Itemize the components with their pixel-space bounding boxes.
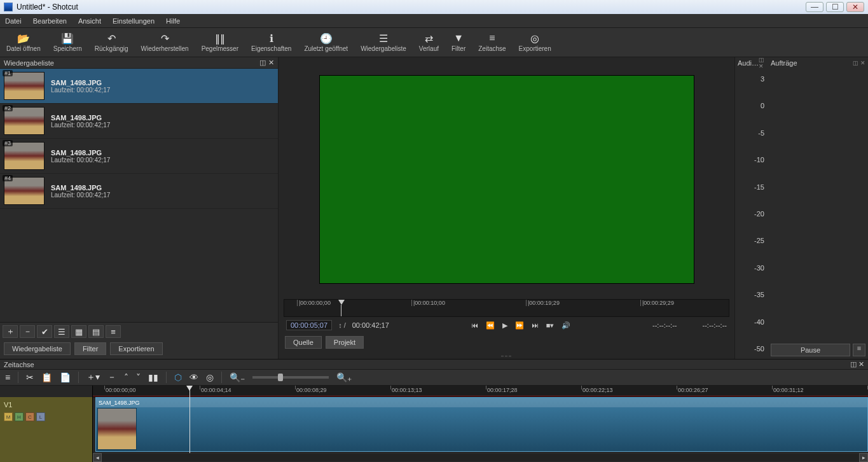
track-tag-c[interactable]: C [25,412,34,421]
remove-button[interactable]: － [20,325,35,338]
pause-button[interactable]: Pause [771,344,850,356]
zoom-in-icon[interactable]: 🔍₊ [336,372,352,382]
save-icon: 💾 [62,32,73,44]
ruler-tick: 00:00:22;13 [582,387,613,393]
add-button[interactable]: ＋ [3,325,18,338]
scrub-icon[interactable]: 👁 [189,372,198,382]
menu-edit[interactable]: Bearbeiten [33,17,67,25]
toolbar-peak[interactable]: ‖‖Pegelmesser [202,32,238,52]
maximize-button[interactable]: ☐ [826,2,844,12]
detach-icon[interactable]: ◫ [259,59,266,67]
menu-button[interactable]: ≡ [106,325,121,338]
toolbar-save[interactable]: 💾Speichern [53,32,82,52]
timeline-title: Zeitachse [4,361,34,368]
panel-resize-handle[interactable]: ┉┉┉ [279,354,734,359]
fastfwd-button[interactable]: ⏩ [515,321,524,330]
rewind-button[interactable]: ⏪ [486,321,495,330]
meter-level: -25 [739,237,764,244]
detail-view-button[interactable]: ▤ [88,325,104,338]
toolbar-label: Filter [451,45,465,52]
close-panel-icon[interactable]: ✕ [268,59,274,67]
toolbar-playlist[interactable]: ☰Wiedergabeliste [361,32,406,52]
toolbar-timeline[interactable]: ≡Zeitachse [478,32,506,52]
toolbar-open[interactable]: 📂Datei öffnen [6,32,41,52]
close-button[interactable]: ✕ [846,2,864,12]
export-icon: ◎ [529,32,541,44]
playlist-item[interactable]: #2SAM_1498.JPGLaufzeit: 00:00:42;17 [0,104,278,139]
tab-source[interactable]: Quelle [285,336,322,349]
toolbar-filter[interactable]: ▼Filter [451,32,465,52]
current-time[interactable]: 00:00:05;07 [286,320,332,330]
tab-playlist[interactable]: Wiedergabeliste [4,342,71,355]
zoom-slider[interactable] [252,376,329,379]
toolbar-recent[interactable]: 🕘Zuletzt geöffnet [304,32,348,52]
remove-icon[interactable]: － [107,372,116,383]
timeline-clip[interactable]: SAM_1498.JPG [95,397,868,452]
toolbar-label: Wiederherstellen [141,45,189,52]
close-panel-icon[interactable]: ✕ [858,360,864,368]
meter-level: -50 [739,345,764,353]
tab-project[interactable]: Projekt [326,336,364,349]
toolbar-label: Rückgängig [95,45,128,52]
ruler-tick: 00:00:00;00 [106,387,136,393]
toolbar-export[interactable]: ◎Exportieren [519,32,551,52]
menu-settings[interactable]: Einstellungen [113,17,155,25]
toolbar-redo[interactable]: ↷Wiederherstellen [141,32,189,52]
overwrite-icon[interactable]: ˅ [136,372,141,382]
timeline-playhead[interactable] [189,386,190,462]
lift-icon[interactable]: ˄ [124,372,128,382]
timeline-panel-head: Zeitachse ◫ ✕ [0,359,868,369]
grid-view-button[interactable]: ▦ [71,325,86,338]
paste-icon[interactable]: 📄 [60,372,71,382]
menu-icon[interactable]: ≡ [5,372,10,382]
toolbar-prop[interactable]: ℹEigenschaften [251,32,291,52]
menu-help[interactable]: Hilfe [166,17,180,25]
timeline-scrollbar[interactable]: ◂ ▸ [93,453,868,462]
preview-monitor[interactable] [319,75,694,284]
track-tag-h[interactable]: H [15,412,24,421]
playlist-item[interactable]: #4SAM_1498.JPGLaufzeit: 00:00:42;17 [0,174,278,209]
playlist-list[interactable]: #1SAM_1498.JPGLaufzeit: 00:00:42;17#2SAM… [0,69,278,322]
playlist-item-runtime: Laufzeit: 00:00:42;17 [51,87,110,94]
cut-icon[interactable]: ✂ [26,372,34,382]
ruler-tick: 00:00:13;13 [392,387,422,393]
minimize-button[interactable]: — [806,2,823,12]
zoom-out-icon[interactable]: 🔍₋ [230,372,245,382]
toolbar-undo[interactable]: ↶Rückgängig [95,32,128,52]
list-view-button[interactable]: ☰ [54,325,69,338]
tab-filter[interactable]: Filter [74,342,106,355]
track-header[interactable]: V1 MHCL [0,397,92,462]
timeline-ruler[interactable]: 00:00:00;0000:00:04;1400:00:08;2900:00:1… [93,386,868,397]
skip-start-button[interactable]: ⏮ [471,321,478,329]
jobs-menu-button[interactable]: ≡ [853,344,865,356]
scroll-right-icon[interactable]: ▸ [859,453,868,462]
menu-file[interactable]: Datei [5,17,22,25]
check-button[interactable]: ✔ [37,325,52,338]
jobs-title: Aufträge [771,59,797,67]
track-tag-m[interactable]: M [4,412,13,421]
playhead-icon[interactable] [338,300,345,305]
track-tag-l[interactable]: L [36,412,45,421]
insert-icon[interactable]: ▮▮ [148,372,158,382]
detach-icon[interactable]: ◫ ✕ [759,57,766,69]
toolbar-history[interactable]: ⇄Verlauf [419,32,439,52]
detach-icon[interactable]: ◫ [850,360,857,368]
ripple-icon[interactable]: ◎ [206,372,214,382]
append-icon[interactable]: ＋▾ [86,372,100,383]
play-button[interactable]: ▶ [502,321,507,330]
volume-button[interactable]: 🔊 [561,321,570,330]
window-titlebar: Untitled* - Shotcut — ☐ ✕ [0,0,868,14]
stop-button[interactable]: ■▾ [546,321,555,330]
preview-scrubber[interactable]: |00:00:00;00|00:00:10;00|00:00:19;29|00:… [284,299,729,317]
playlist-item[interactable]: #1SAM_1498.JPGLaufzeit: 00:00:42;17 [0,69,278,104]
detach-icon[interactable]: ◫ ✕ [853,60,865,66]
playlist-item[interactable]: #3SAM_1498.JPGLaufzeit: 00:00:42;17 [0,139,278,174]
skip-end-button[interactable]: ⏭ [532,321,539,329]
jobs-panel: Aufträge◫ ✕ Pause ≡ [768,57,868,359]
menu-view[interactable]: Ansicht [78,17,101,25]
copy-icon[interactable]: 📋 [41,372,52,382]
tab-export[interactable]: Exportieren [110,342,162,355]
snap-icon[interactable]: ⬡ [174,372,182,382]
scroll-left-icon[interactable]: ◂ [93,453,102,462]
playlist-item-runtime: Laufzeit: 00:00:42;17 [51,157,110,164]
